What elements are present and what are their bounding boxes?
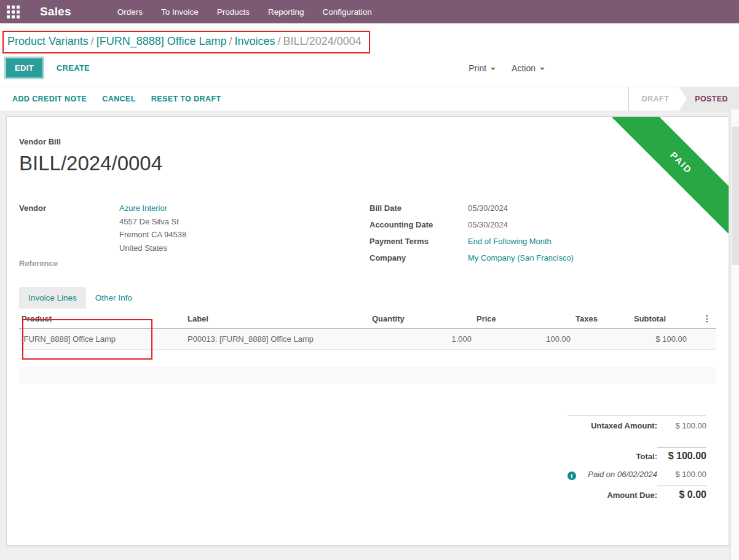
breadcrumb-separator: / — [227, 35, 235, 47]
payment-terms-link[interactable]: End of Following Month — [468, 235, 551, 251]
breadcrumb-separator: / — [275, 35, 283, 47]
vendor-link[interactable]: Azure Interior — [119, 202, 186, 215]
vendor-bill-form: PAID Vendor Bill BILL/2024/0004 Vendor A… — [6, 116, 729, 546]
action-dropdowns: Print Action — [468, 63, 545, 73]
vendor-address-line: Fremont CA 94538 — [119, 228, 186, 242]
company-link[interactable]: My Company (San Francisco) — [468, 251, 574, 268]
notebook-tabs: Invoice Lines Other Info — [19, 287, 716, 309]
breadcrumb-row: Product Variants/[FURN_8888] Office Lamp… — [0, 23, 739, 57]
totals-section: Untaxed Amount: $ 100.00 Total: $ 100.00… — [567, 415, 706, 501]
reference-label: Reference — [19, 259, 370, 268]
action-dropdown-label: Action — [512, 63, 535, 73]
chevron-down-icon — [491, 68, 496, 70]
control-panel-buttons: EDIT CREATE Print Action — [0, 57, 739, 87]
breadcrumb-invoices[interactable]: Invoices — [235, 35, 275, 47]
cancel-button[interactable]: CANCEL — [102, 95, 135, 103]
table-header-row: Product Label Quantity Price Taxes Subto… — [19, 309, 716, 329]
breadcrumb-separator: / — [89, 35, 97, 47]
bill-date-label: Bill Date — [370, 202, 468, 218]
empty-row — [19, 350, 716, 367]
scrollbar-thumb[interactable] — [732, 127, 739, 265]
breadcrumb-product-variants[interactable]: Product Variants — [7, 35, 89, 47]
untaxed-amount-label: Untaxed Amount: — [567, 421, 657, 430]
accounting-date-value: 05/30/2024 — [468, 218, 508, 235]
reset-to-draft-button[interactable]: RESET TO DRAFT — [151, 95, 221, 103]
menu-reporting[interactable]: Reporting — [259, 7, 314, 17]
table-row[interactable]: [FURN_8888] Office Lamp P00013: [FURN_88… — [19, 329, 716, 350]
status-arrow-icon — [679, 87, 687, 111]
field-groups: Vendor Azure Interior 4557 De Silva St F… — [19, 202, 716, 268]
optional-columns-icon[interactable]: ⋮ — [703, 314, 711, 323]
total-value: $ 100.00 — [657, 447, 706, 462]
company-label: Company — [370, 251, 468, 268]
total-label: Total: — [567, 452, 657, 461]
menu-configuration[interactable]: Configuration — [314, 7, 381, 17]
accounting-date-label: Accounting Date — [370, 218, 468, 235]
untaxed-amount-value: $ 100.00 — [657, 421, 706, 430]
breadcrumb: Product Variants/[FURN_8888] Office Lamp… — [7, 35, 362, 47]
apps-grid-icon[interactable] — [7, 6, 20, 18]
app-name[interactable]: Sales — [40, 5, 71, 18]
content-area: PAID Vendor Bill BILL/2024/0004 Vendor A… — [0, 111, 739, 546]
create-button[interactable]: CREATE — [57, 63, 90, 73]
col-header-product[interactable]: Product — [19, 309, 185, 329]
vendor-label: Vendor — [19, 202, 119, 254]
print-dropdown-label: Print — [468, 63, 486, 73]
cell-product[interactable]: [FURN_8888] Office Lamp — [19, 329, 185, 350]
paid-on-label: Paid on 06/02/2024 — [582, 470, 657, 479]
cell-subtotal[interactable]: $ 100.00 — [631, 329, 700, 350]
tab-invoice-lines[interactable]: Invoice Lines — [19, 287, 86, 309]
breadcrumb-annotation-box: Product Variants/[FURN_8888] Office Lamp… — [2, 31, 370, 53]
add-credit-note-button[interactable]: ADD CREDIT NOTE — [12, 95, 87, 103]
scrollbar-track[interactable] — [730, 109, 739, 560]
document-name: BILL/2024/0004 — [19, 152, 716, 175]
nav-menu: Orders To Invoice Products Reporting Con… — [108, 7, 381, 17]
print-dropdown[interactable]: Print — [468, 63, 496, 73]
paid-on-value: $ 100.00 — [657, 470, 706, 479]
breadcrumb-office-lamp[interactable]: [FURN_8888] Office Lamp — [97, 35, 227, 47]
vendor-address-line: United States — [119, 242, 186, 255]
info-icon[interactable]: i — [567, 471, 576, 480]
document-type-label: Vendor Bill — [19, 137, 716, 146]
menu-orders[interactable]: Orders — [108, 7, 152, 17]
col-header-quantity[interactable]: Quantity — [370, 309, 474, 329]
chevron-down-icon — [540, 68, 545, 70]
menu-products[interactable]: Products — [208, 7, 259, 17]
statusbar: ADD CREDIT NOTE CANCEL RESET TO DRAFT DR… — [0, 87, 739, 111]
breadcrumb-current: BILL/2024/0004 — [283, 35, 362, 47]
field-group-right: Bill Date 05/30/2024 Accounting Date 05/… — [370, 202, 574, 268]
col-header-price[interactable]: Price — [474, 309, 573, 329]
invoice-lines-table: Product Label Quantity Price Taxes Subto… — [19, 309, 716, 384]
cell-taxes[interactable] — [573, 329, 631, 350]
status-draft[interactable]: DRAFT — [629, 87, 679, 111]
amount-due-label: Amount Due: — [567, 491, 657, 500]
bill-date-value: 05/30/2024 — [468, 202, 508, 218]
empty-row — [19, 367, 716, 384]
tab-other-info[interactable]: Other Info — [86, 287, 141, 309]
field-group-left: Vendor Azure Interior 4557 De Silva St F… — [19, 202, 370, 268]
cell-quantity[interactable]: 1.000 — [370, 329, 474, 350]
menu-to-invoice[interactable]: To Invoice — [152, 7, 208, 17]
cell-price[interactable]: 100.00 — [474, 329, 573, 350]
status-posted[interactable]: POSTED — [687, 95, 739, 103]
col-header-subtotal[interactable]: Subtotal — [631, 309, 700, 329]
col-header-label[interactable]: Label — [185, 309, 370, 329]
action-dropdown[interactable]: Action — [512, 63, 545, 73]
status-widget: DRAFT POSTED — [628, 87, 739, 111]
payment-terms-label: Payment Terms — [370, 235, 468, 251]
top-navbar: Sales Orders To Invoice Products Reporti… — [0, 0, 739, 23]
edit-button[interactable]: EDIT — [6, 58, 42, 77]
col-header-taxes[interactable]: Taxes — [573, 309, 631, 329]
amount-due-value: $ 0.00 — [657, 486, 706, 500]
cell-label[interactable]: P00013: [FURN_8888] Office Lamp — [185, 329, 370, 350]
vendor-address-line: 4557 De Silva St — [119, 215, 186, 229]
